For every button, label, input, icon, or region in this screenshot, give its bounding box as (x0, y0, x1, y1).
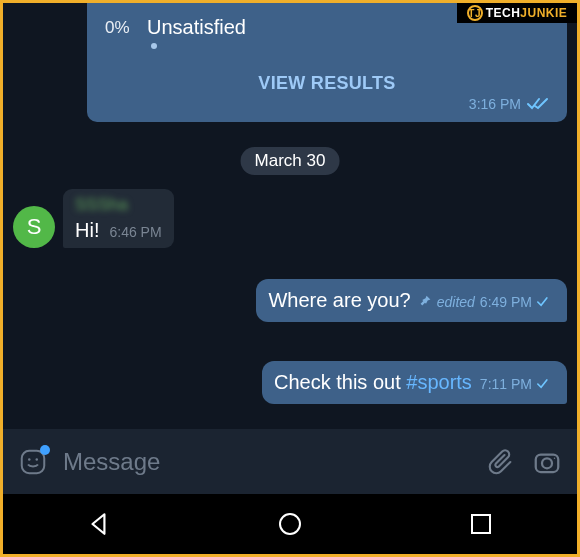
chat-scroll-area[interactable]: 0% Unsatisfied VIEW RESULTS 3:16 PM Marc… (3, 3, 577, 419)
edited-label: edited (437, 294, 475, 310)
watermark-badge: TJ TECHJUNKIE (457, 3, 577, 23)
watermark-text-b: JUNKIE (520, 6, 567, 20)
outgoing-timestamp: 7:11 PM (480, 376, 532, 392)
poll-timestamp: 3:16 PM (469, 96, 521, 112)
svg-point-2 (36, 458, 39, 461)
attach-button[interactable] (485, 446, 517, 478)
poll-option-percent: 0% (105, 18, 147, 38)
message-text-part: Check this out (274, 371, 406, 393)
android-nav-bar (3, 494, 577, 554)
sender-avatar[interactable]: S (13, 206, 55, 248)
watermark-logo-icon: TJ (467, 5, 483, 21)
nav-back-button[interactable] (79, 504, 119, 544)
svg-point-4 (542, 458, 552, 468)
message-input[interactable] (63, 448, 471, 476)
nav-recent-button[interactable] (461, 504, 501, 544)
incoming-timestamp: 6:46 PM (109, 224, 161, 240)
read-ticks-icon (537, 296, 555, 308)
pinned-icon (419, 293, 432, 311)
poll-option-label: Unsatisfied (147, 16, 246, 39)
message-input-bar (3, 428, 577, 494)
outgoing-message-bubble[interactable]: Where are you? edited 6:49 PM (256, 279, 567, 322)
hashtag-link[interactable]: #sports (406, 371, 472, 393)
date-divider: March 30 (241, 147, 340, 175)
outgoing-message-text: Where are you? (268, 289, 410, 312)
svg-point-1 (28, 458, 31, 461)
sender-name: SSSha (75, 195, 162, 215)
read-ticks-icon (537, 378, 555, 390)
watermark-text-a: TECH (486, 6, 521, 20)
outgoing-timestamp: 6:49 PM (480, 294, 532, 310)
read-ticks-icon (527, 97, 549, 111)
emoji-notification-dot (40, 445, 50, 455)
incoming-message-text: Hi! (75, 219, 99, 242)
emoji-button[interactable] (17, 446, 49, 478)
nav-home-button[interactable] (270, 504, 310, 544)
outgoing-message-bubble[interactable]: Check this out #sports 7:11 PM (262, 361, 567, 404)
incoming-message-bubble[interactable]: SSSha Hi! 6:46 PM (63, 189, 174, 248)
poll-option-bar (151, 43, 157, 49)
outgoing-message-text: Check this out #sports (274, 371, 472, 394)
camera-button[interactable] (531, 446, 563, 478)
svg-point-5 (554, 457, 556, 459)
poll-view-results-button[interactable]: VIEW RESULTS (105, 73, 549, 94)
